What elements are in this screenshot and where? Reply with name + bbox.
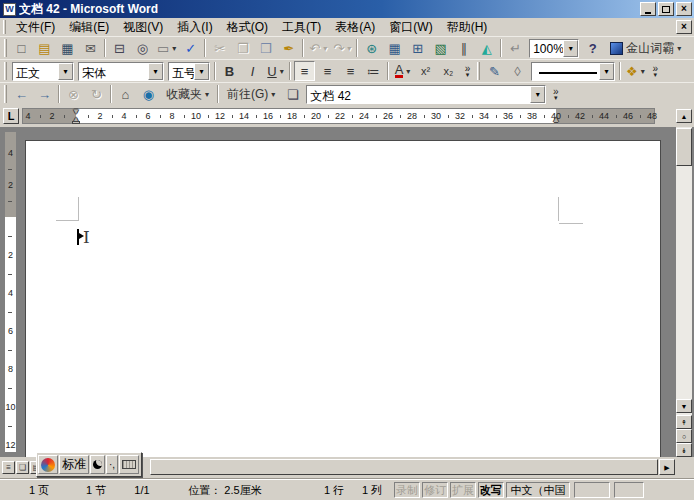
help-button[interactable]: ?	[582, 38, 603, 58]
status-track-changes[interactable]: 修订	[422, 482, 448, 498]
tables-overflow-chevron[interactable]: »▾	[649, 61, 662, 81]
ime-mode-button[interactable]: 标准	[59, 455, 89, 474]
eraser-button[interactable]: ◊	[507, 61, 528, 81]
status-blank-2[interactable]	[614, 482, 644, 498]
menu-bar-handle[interactable]	[3, 20, 6, 34]
font-combo-arrow[interactable]: ▾	[148, 63, 163, 80]
previous-page-button[interactable]: ↟	[676, 415, 692, 429]
left-indent-marker[interactable]	[72, 121, 80, 124]
print-button[interactable]: ⊟	[109, 38, 130, 58]
stop-button[interactable]: ⊗	[63, 84, 84, 104]
home-button[interactable]: ⌂	[115, 84, 136, 104]
menu-file[interactable]: 文件(F)	[9, 18, 62, 37]
zoom-combo[interactable]: 100%▾	[529, 39, 579, 58]
restore-button[interactable]	[658, 2, 674, 16]
status-overtype[interactable]: 改写	[478, 482, 504, 498]
line-style-combo-arrow[interactable]: ▾	[599, 63, 614, 80]
document-page[interactable]: I	[25, 140, 661, 457]
stamp-button-dropdown-arrow[interactable]: ▾	[172, 44, 176, 53]
align-left-button[interactable]: ≡	[294, 61, 315, 81]
zoom-combo-arrow[interactable]: ▾	[563, 40, 578, 57]
font-combo-value[interactable]: 宋体	[79, 63, 148, 80]
font-color-button[interactable]: A▾	[392, 61, 413, 81]
address-combo-value[interactable]: 文档 42	[307, 86, 530, 103]
font-color-button-dropdown-arrow[interactable]: ▾	[406, 67, 410, 76]
vertical-ruler[interactable]: 4224681012	[4, 131, 17, 453]
vertical-scrollbar-thumb[interactable]	[676, 128, 692, 166]
draw-table-button[interactable]: ✎	[484, 61, 505, 81]
underline-button-dropdown-arrow[interactable]: ▾	[280, 67, 284, 76]
superscript-button[interactable]: x²	[415, 61, 436, 81]
open-button[interactable]: ▤	[34, 38, 55, 58]
insert-excel-worksheet-button[interactable]: ▧	[430, 38, 451, 58]
scroll-down-button[interactable]: ▼	[676, 399, 692, 413]
copy-button[interactable]: ❐	[232, 38, 253, 58]
menu-view[interactable]: 视图(V)	[116, 18, 170, 37]
italic-button[interactable]: I	[242, 61, 263, 81]
zoom-combo-value[interactable]: 100%	[530, 40, 563, 57]
insert-hyperlink-button[interactable]: ⊛	[361, 38, 382, 58]
ime-punctuation-button[interactable]: ·,	[106, 455, 118, 474]
ime-logo-button[interactable]	[38, 455, 58, 474]
close-button[interactable]: ×	[676, 2, 692, 16]
favorites-button[interactable]: 收藏夹▾	[161, 84, 214, 104]
address-combo-arrow[interactable]: ▾	[530, 86, 545, 103]
shading-color-button-dropdown-arrow[interactable]: ▾	[641, 67, 645, 76]
print-preview-button[interactable]: ◎	[132, 38, 153, 58]
next-page-button[interactable]: ↡	[676, 443, 692, 457]
undo-button[interactable]: ↶▾	[307, 38, 329, 58]
font-combo[interactable]: 宋体▾	[78, 62, 164, 81]
status-extend[interactable]: 扩展	[450, 482, 476, 498]
bold-button[interactable]: B	[219, 61, 240, 81]
email-button[interactable]: ✉	[80, 38, 101, 58]
menu-window[interactable]: 窗口(W)	[382, 18, 439, 37]
columns-button[interactable]: ∥	[453, 38, 474, 58]
paste-button[interactable]: ❒	[255, 38, 276, 58]
status-blank-1[interactable]	[574, 482, 610, 498]
horizontal-ruler[interactable]: ▼ ▲ ▲ 4224681012141618202224262830323436…	[22, 108, 655, 124]
new-document-button[interactable]: □	[11, 38, 32, 58]
numbering-button[interactable]: ≔	[363, 61, 384, 81]
menu-format[interactable]: 格式(O)	[220, 18, 275, 37]
redo-button-dropdown-arrow[interactable]: ▾	[347, 44, 351, 53]
go-button-dropdown-arrow[interactable]: ▾	[271, 90, 275, 99]
line-style-combo-value[interactable]	[532, 63, 599, 80]
status-record[interactable]: 录制	[394, 482, 420, 498]
tables-and-borders-button[interactable]: ▦	[384, 38, 405, 58]
menu-edit[interactable]: 编辑(E)	[62, 18, 116, 37]
view-web-layout-button[interactable]: ❏	[16, 461, 29, 474]
menu-insert[interactable]: 插入(I)	[170, 18, 219, 37]
size-combo-arrow[interactable]: ▾	[194, 63, 209, 80]
refresh-button[interactable]: ↻	[86, 84, 107, 104]
web-overflow-chevron[interactable]: »▾	[549, 84, 562, 104]
drawing-button[interactable]: ◭	[476, 38, 497, 58]
select-browse-object-button[interactable]: ○	[676, 429, 692, 443]
size-combo[interactable]: 五号▾	[168, 62, 210, 81]
spelling-button[interactable]: ✓	[180, 38, 201, 58]
horizontal-scrollbar-track[interactable]	[150, 459, 658, 475]
forward-button[interactable]: →	[34, 84, 55, 104]
status-language[interactable]: 中文（中国	[506, 482, 570, 498]
menu-table[interactable]: 表格(A)	[328, 18, 382, 37]
align-center-button[interactable]: ≡	[317, 61, 338, 81]
style-combo[interactable]: 正文▾	[12, 62, 74, 81]
go-button[interactable]: 前往(G)▾	[222, 84, 280, 104]
cut-button[interactable]: ✂	[209, 38, 230, 58]
insert-table-button[interactable]: ⊞	[407, 38, 428, 58]
line-style-combo[interactable]: ▾	[531, 62, 615, 81]
scroll-up-button[interactable]: ▲	[676, 109, 692, 123]
shading-color-button[interactable]: ❖▾	[624, 61, 647, 81]
address-combo[interactable]: 文档 42▾	[306, 85, 546, 104]
view-normal-button[interactable]: ≡	[2, 461, 15, 474]
document-close-button[interactable]: ×	[676, 20, 692, 34]
tab-selector-button[interactable]: L	[3, 108, 19, 124]
undo-button-dropdown-arrow[interactable]: ▾	[323, 44, 327, 53]
ime-soft-keyboard-button[interactable]	[119, 455, 139, 474]
size-combo-value[interactable]: 五号	[169, 63, 194, 80]
align-right-button[interactable]: ≡	[340, 61, 361, 81]
ime-fullwidth-button[interactable]	[90, 455, 105, 474]
redo-button[interactable]: ↷▾	[331, 38, 353, 58]
stamp-button[interactable]: ▭▾	[155, 38, 178, 58]
scroll-right-button[interactable]: ▶	[659, 459, 675, 475]
show-formatting-marks-button[interactable]: ↵	[505, 38, 526, 58]
